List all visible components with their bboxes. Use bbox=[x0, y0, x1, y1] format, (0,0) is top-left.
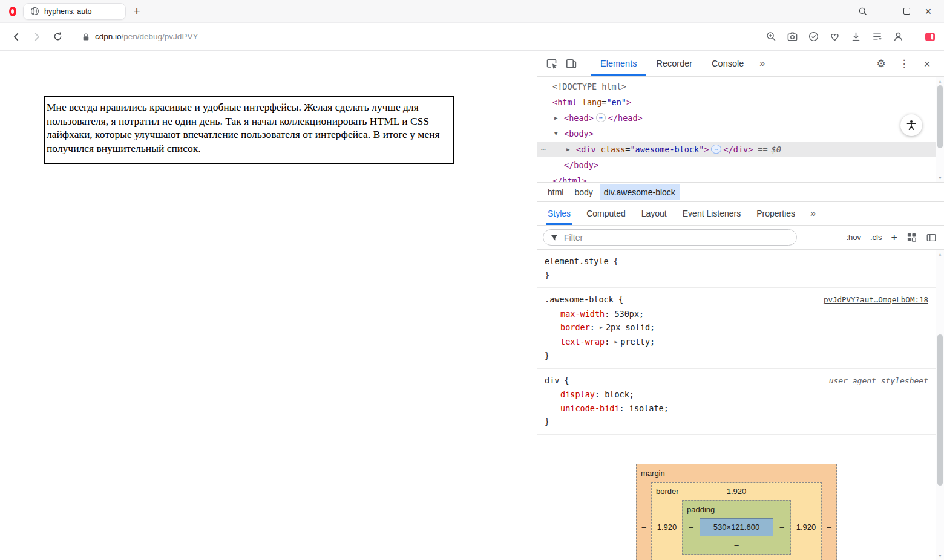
back-button[interactable] bbox=[7, 28, 25, 46]
reload-button[interactable] bbox=[48, 28, 67, 46]
expand-arrow-icon[interactable]: ▶ bbox=[566, 142, 569, 157]
download-icon[interactable] bbox=[849, 30, 862, 44]
selector: div bbox=[545, 376, 559, 385]
stylesheet-source-link[interactable]: pvJdPVY?aut…OmqeLbOM:18 bbox=[824, 293, 928, 307]
scroll-up-icon[interactable]: ▴ bbox=[936, 250, 944, 258]
box-model-padding[interactable]: padding– – 530×121.600 – – bbox=[682, 500, 791, 555]
user-agent-rule[interactable]: div { user agent stylesheet display: blo… bbox=[537, 369, 936, 435]
reading-list-icon[interactable] bbox=[870, 30, 883, 44]
expand-arrow-icon[interactable]: ▶ bbox=[554, 110, 557, 126]
breadcrumb-body[interactable]: body bbox=[570, 184, 597, 200]
expand-property-icon[interactable]: ▶ bbox=[600, 325, 603, 330]
lock-icon bbox=[82, 33, 90, 41]
scroll-down-icon[interactable]: ▾ bbox=[936, 174, 944, 181]
opera-logo-icon[interactable] bbox=[5, 2, 21, 21]
badge-check-icon[interactable] bbox=[807, 30, 820, 44]
content-size: 530×121.600 bbox=[713, 523, 759, 532]
border-top-value: 1.920 bbox=[727, 487, 747, 496]
selected-div-line[interactable]: ⋯▶<div class="awesome-block">⋯</div>==$0 bbox=[537, 142, 936, 157]
styles-filter-input[interactable]: Filter bbox=[543, 229, 797, 246]
zoom-icon[interactable] bbox=[764, 30, 778, 44]
device-toolbar-icon[interactable] bbox=[562, 54, 581, 73]
tab-title: hyphens: auto bbox=[44, 7, 92, 16]
new-style-rule-button[interactable]: + bbox=[891, 232, 897, 243]
css-property[interactable]: display: block; bbox=[545, 388, 928, 402]
devtools-panel: Elements Recorder Console » ⚙ ⋮ × <!DOCT… bbox=[537, 51, 944, 560]
box-model-border[interactable]: border1.920 1.920 padding– – 530×121.600 bbox=[651, 482, 822, 560]
scrollbar-thumb[interactable] bbox=[937, 334, 943, 486]
scroll-up-icon[interactable]: ▴ bbox=[936, 77, 944, 85]
sidebar-panel-icon[interactable] bbox=[923, 30, 937, 44]
more-style-tabs-icon[interactable]: » bbox=[803, 208, 823, 219]
profile-icon[interactable] bbox=[891, 30, 905, 44]
browser-tab[interactable]: hyphens: auto bbox=[23, 3, 126, 20]
devtools-close-icon[interactable]: × bbox=[917, 54, 937, 73]
tab-console[interactable]: Console bbox=[702, 51, 753, 76]
element-classes-toggle[interactable]: .cls bbox=[870, 233, 882, 242]
styles-scrollbar[interactable]: ▴ ▾ bbox=[936, 250, 944, 560]
browser-window: hyphens: auto + × cdpn.io/pen/debug/pvJd… bbox=[0, 0, 944, 560]
minimize-icon bbox=[881, 11, 888, 11]
node-menu-icon[interactable]: ⋯ bbox=[541, 142, 546, 157]
css-property[interactable]: border: ▶2px solid; bbox=[545, 321, 928, 335]
box-model-content[interactable]: 530×121.600 bbox=[700, 518, 773, 536]
more-tabs-icon[interactable]: » bbox=[753, 51, 771, 76]
awesome-block-rule[interactable]: .awesome-block { pvJdPVY?aut…OmqeLbOM:18… bbox=[537, 288, 936, 369]
body-close-line[interactable]: </body> bbox=[537, 157, 936, 173]
css-property[interactable]: max-width: 530px; bbox=[545, 307, 928, 321]
css-property[interactable]: unicode-bidi: isolate; bbox=[545, 402, 928, 415]
head-line[interactable]: ▶<head>⋯</head> bbox=[537, 110, 936, 126]
toolbar-separator bbox=[914, 30, 914, 44]
tab-properties[interactable]: Properties bbox=[749, 202, 803, 225]
tab-search-icon[interactable] bbox=[852, 0, 874, 23]
opera-o-ring bbox=[9, 7, 16, 16]
collapsed-content-badge[interactable]: ⋯ bbox=[711, 145, 721, 154]
css-property[interactable]: text-wrap: ▶pretty; bbox=[545, 335, 928, 350]
maximize-button[interactable] bbox=[896, 0, 917, 23]
margin-label: margin bbox=[641, 469, 665, 478]
tab-elements[interactable]: Elements bbox=[591, 51, 646, 76]
tab-layout[interactable]: Layout bbox=[634, 202, 675, 225]
scrollbar-thumb[interactable] bbox=[937, 85, 943, 148]
bookmark-heart-icon[interactable] bbox=[828, 30, 841, 44]
accessibility-button[interactable] bbox=[900, 114, 922, 136]
selector: .awesome-block bbox=[545, 295, 614, 304]
forward-button[interactable] bbox=[28, 28, 46, 46]
computed-sidebar-toggle-icon[interactable] bbox=[926, 232, 937, 243]
dom-scrollbar[interactable]: ▴ ▾ bbox=[936, 77, 944, 182]
padding-label: padding bbox=[687, 505, 715, 514]
awesome-block[interactable]: Мне всегда нравились красивые и удобные … bbox=[44, 96, 454, 164]
expand-property-icon[interactable]: ▶ bbox=[614, 339, 617, 345]
new-tab-button[interactable]: + bbox=[128, 3, 145, 20]
scroll-down-icon[interactable]: ▾ bbox=[936, 552, 944, 559]
selector: element.style bbox=[545, 256, 609, 266]
kebab-menu-icon[interactable]: ⋮ bbox=[894, 54, 914, 73]
doctype-line[interactable]: <!DOCTYPE html> bbox=[537, 79, 936, 94]
box-model-margin[interactable]: margin– – border1.920 1.920 padding– bbox=[636, 464, 837, 560]
collapsed-content-badge[interactable]: ⋯ bbox=[596, 113, 606, 122]
funnel-icon bbox=[550, 233, 559, 242]
inline-style-rule[interactable]: element.style { } bbox=[537, 250, 936, 288]
html-close-line[interactable]: </html> bbox=[537, 173, 936, 182]
tab-event-listeners[interactable]: Event Listeners bbox=[675, 202, 749, 225]
url-field[interactable]: cdpn.io/pen/debug/pvJdPVY bbox=[82, 32, 198, 41]
breadcrumb-selected[interactable]: div.awesome-block bbox=[600, 184, 680, 200]
tab-computed[interactable]: Computed bbox=[579, 202, 634, 225]
rendering-emulations-icon[interactable] bbox=[906, 232, 917, 243]
close-button[interactable]: × bbox=[917, 0, 939, 23]
inspect-element-icon[interactable] bbox=[542, 54, 562, 73]
breadcrumb-html[interactable]: html bbox=[543, 184, 568, 200]
snapshot-camera-icon[interactable] bbox=[785, 30, 799, 44]
border-right-value: 1.920 bbox=[791, 500, 821, 555]
html-open-line[interactable]: <html lang="en"> bbox=[537, 94, 936, 110]
devtools-toolbar: Elements Recorder Console » ⚙ ⋮ × bbox=[537, 51, 944, 77]
minimize-button[interactable] bbox=[874, 0, 896, 23]
body-open-line[interactable]: ▼<body> bbox=[537, 126, 936, 142]
globe-icon bbox=[30, 7, 39, 16]
collapse-arrow-icon[interactable]: ▼ bbox=[554, 126, 557, 142]
tab-styles[interactable]: Styles bbox=[540, 202, 579, 225]
toggle-element-state[interactable]: :hov bbox=[846, 233, 861, 242]
tab-recorder[interactable]: Recorder bbox=[646, 51, 702, 76]
padding-right-value: – bbox=[773, 518, 790, 536]
settings-gear-icon[interactable]: ⚙ bbox=[871, 54, 891, 73]
